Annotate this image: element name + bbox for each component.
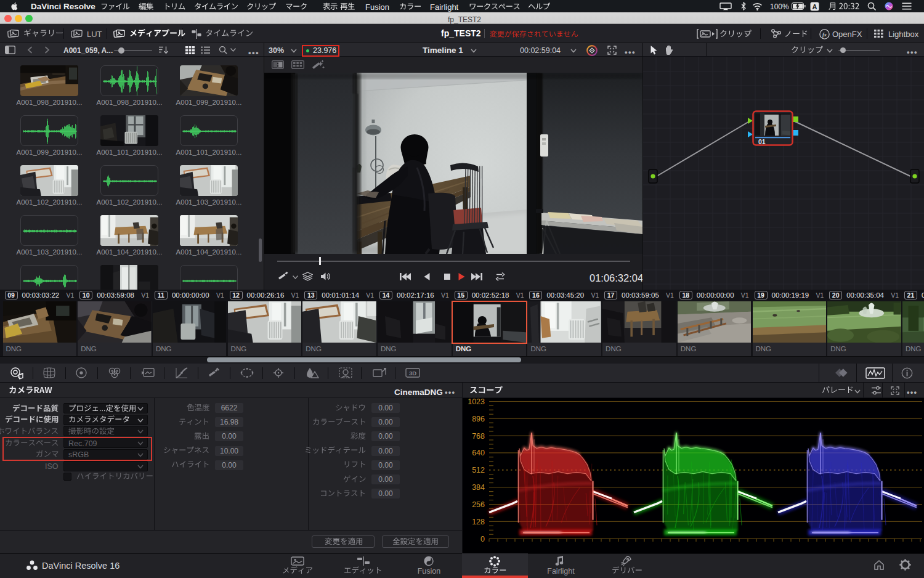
- svg-text:640: 640: [472, 449, 485, 457]
- svg-text:fx: fx: [822, 31, 827, 38]
- svg-text:01: 01: [758, 138, 766, 145]
- svg-text:256: 256: [472, 500, 485, 509]
- svg-text:512: 512: [472, 466, 485, 474]
- svg-text:128: 128: [472, 518, 485, 526]
- svg-text:384: 384: [472, 483, 485, 492]
- svg-text:1023: 1023: [468, 397, 485, 406]
- svg-text:896: 896: [472, 415, 485, 423]
- svg-text:3D: 3D: [409, 370, 416, 377]
- svg-text:768: 768: [472, 432, 485, 441]
- svg-text:0: 0: [480, 535, 485, 543]
- svg-text:A: A: [813, 3, 817, 10]
